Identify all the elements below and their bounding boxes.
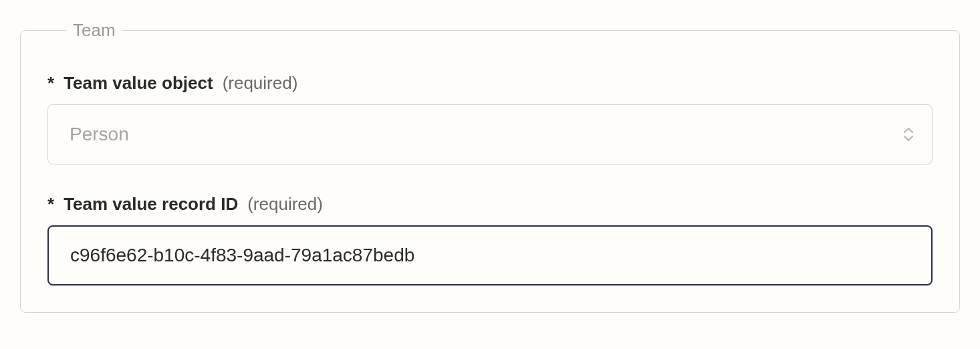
required-hint: (required) [247, 194, 323, 215]
field-label-row: * Team value object (required) [47, 73, 933, 94]
select-wrapper: Person [47, 104, 933, 164]
field-team-value-object: * Team value object (required) Person [47, 73, 933, 164]
required-asterisk: * [47, 73, 54, 94]
required-asterisk: * [47, 194, 54, 215]
team-fieldset: Team * Team value object (required) Pers… [20, 20, 960, 313]
field-label: Team value object [64, 73, 213, 94]
required-hint: (required) [223, 73, 298, 94]
team-value-object-select[interactable]: Person [47, 104, 933, 164]
select-placeholder: Person [70, 124, 129, 145]
team-legend: Team [66, 20, 122, 41]
field-label: Team value record ID [64, 194, 238, 215]
field-team-value-record-id: * Team value record ID (required) [47, 194, 933, 285]
field-label-row: * Team value record ID (required) [47, 194, 933, 215]
team-value-record-id-input[interactable] [47, 225, 933, 285]
